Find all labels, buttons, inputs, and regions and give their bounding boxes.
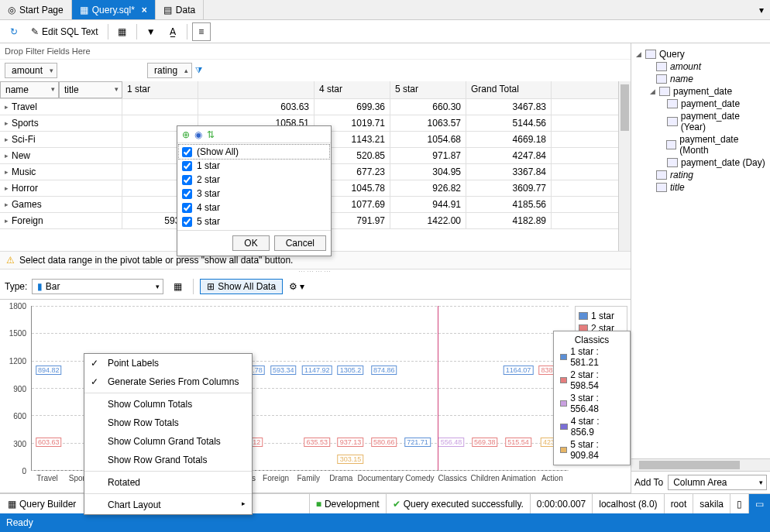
chevron-down-icon: ▾	[759, 479, 763, 486]
tree-node-rating[interactable]: rating	[634, 169, 767, 181]
tree-node-payment-date[interactable]: ◢payment_date	[634, 85, 767, 98]
tabs-dropdown[interactable]: ▾	[753, 0, 770, 19]
menu-col-grand[interactable]: Show Column Grand Totals	[84, 432, 252, 451]
tab-start-page[interactable]: ◎ Start Page	[0, 0, 72, 19]
expand-icon[interactable]: ▸	[5, 184, 9, 192]
row-field-name[interactable]: name ▾	[0, 81, 59, 98]
filter-item[interactable]: 3 star	[179, 187, 329, 201]
menu-chart-layout[interactable]: Chart Layout▸	[84, 496, 252, 514]
tab-data[interactable]: ▤ Data	[156, 0, 204, 19]
swatch-icon	[560, 354, 567, 360]
collapse-icon[interactable]: ◢	[648, 88, 656, 95]
tree-node-amount[interactable]: amount	[634, 60, 767, 73]
add-icon[interactable]: ⊕	[182, 129, 190, 140]
field-tree[interactable]: ◢Query amount name ◢payment_date payment…	[631, 43, 770, 198]
separator	[136, 24, 137, 39]
tab-query-sql[interactable]: ▦ Query.sql* ×	[72, 0, 156, 19]
filter-drop-zone[interactable]: Drop Filter Fields Here	[0, 43, 631, 60]
menu-row-totals[interactable]: Show Row Totals	[84, 414, 252, 432]
data-field-amount[interactable]: amount ▾	[5, 63, 57, 78]
expand-icon[interactable]: ▸	[5, 119, 9, 127]
col-header-grand-total[interactable]: Grand Total	[466, 81, 552, 98]
tree-node-query[interactable]: ◢Query	[634, 48, 767, 60]
cell: 3367.84	[466, 164, 552, 180]
query-toolbar: ↻ ✎ Edit SQL Text ▦ ▼ A̲ ≡	[0, 20, 770, 43]
column-field-rating[interactable]: rating ▴ ⧩	[147, 63, 192, 78]
col-header[interactable]: 5 star	[390, 81, 466, 98]
filter-item-show-all[interactable]: (Show All)	[179, 145, 329, 159]
expand-icon[interactable]: ▸	[5, 217, 9, 225]
radio-icon[interactable]: ◉	[194, 129, 202, 140]
status-text: Query executed successfully.	[404, 499, 524, 510]
tree-horizontal-scrollbar[interactable]	[631, 458, 770, 471]
tree-node-payment-year[interactable]: payment_date (Year)	[634, 110, 767, 133]
row-field-title[interactable]: title ▾	[59, 81, 122, 98]
sort-icon[interactable]: ⇅	[207, 129, 215, 140]
expand-icon[interactable]: ▸	[5, 136, 9, 143]
menu-row-grand[interactable]: Show Row Grand Totals	[84, 451, 252, 469]
x-category: Drama	[325, 474, 357, 486]
show-all-data-button[interactable]: ⊞ Show All Data	[200, 279, 283, 294]
filter-button[interactable]: ▼	[142, 22, 160, 41]
checkbox[interactable]	[182, 147, 192, 157]
tree-label: payment_date	[673, 86, 732, 97]
add-to-area-combo[interactable]: Column Area ▾	[668, 475, 767, 490]
menu-col-totals[interactable]: Show Column Totals	[84, 395, 252, 414]
chevron-down-icon: ▾	[115, 85, 119, 93]
refresh-button[interactable]: ↻	[5, 22, 23, 41]
document-tabs: ◎ Start Page ▦ Query.sql* × ▤ Data ▾	[0, 0, 770, 20]
tree-node-title[interactable]: title	[634, 181, 767, 194]
expand-icon[interactable]: ▸	[5, 168, 9, 176]
data-label: 1164.07	[504, 366, 534, 375]
vertical-scrollbar[interactable]	[618, 81, 631, 251]
tree-node-name[interactable]: name	[634, 73, 767, 85]
tree-node-payment-date-sub[interactable]: payment_date	[634, 98, 767, 110]
filter-item[interactable]: 4 star	[179, 201, 329, 215]
col-header[interactable]: 4 star	[315, 81, 390, 98]
add-to-label: Add To	[634, 477, 663, 488]
chart-options-button[interactable]: ▦	[168, 277, 187, 296]
status-db: sakila	[693, 494, 730, 513]
checkbox[interactable]	[182, 217, 192, 227]
checkbox[interactable]	[182, 175, 192, 185]
close-icon[interactable]: ×	[142, 5, 147, 15]
item-label: 4 star	[197, 202, 220, 213]
status-ready: Ready	[6, 517, 33, 528]
menu-generate-series[interactable]: ✓Generate Series From Columns	[84, 372, 252, 391]
bar-chart-icon: ▮	[37, 281, 43, 292]
tab-query-builder[interactable]: ▦Query Builder	[0, 494, 84, 513]
tree-node-payment-month[interactable]: payment_date (Month	[634, 133, 767, 156]
ok-button[interactable]: OK	[232, 235, 269, 251]
layout-toggle-2[interactable]: ▭	[748, 494, 770, 513]
edit-sql-button[interactable]: ✎ Edit SQL Text	[26, 22, 103, 41]
expand-icon[interactable]: ▸	[5, 103, 9, 111]
filter-item[interactable]: 2 star	[179, 173, 329, 187]
filter-icon[interactable]: ⧩	[195, 65, 202, 75]
checkbox[interactable]	[182, 161, 192, 171]
table-row[interactable]: ▸Travel603.63699.36660.303467.83	[0, 99, 631, 115]
layout-button[interactable]: ≡	[192, 22, 211, 41]
grid-style-button[interactable]: ▦	[113, 22, 132, 41]
filter-item[interactable]: 1 star	[179, 159, 329, 173]
tooltip-text: 3 star : 556.48	[570, 393, 624, 414]
col-header[interactable]: 1 star	[122, 81, 198, 98]
cancel-button[interactable]: Cancel	[274, 235, 326, 251]
col-hidden	[198, 81, 315, 98]
query-icon	[645, 50, 656, 59]
collapse-icon[interactable]: ◢	[634, 50, 642, 58]
cell: 4669.18	[466, 132, 552, 147]
gear-button[interactable]: ⚙ ▾	[287, 277, 306, 296]
menu-rotated[interactable]: Rotated	[84, 473, 252, 492]
checkbox[interactable]	[182, 203, 192, 213]
item-label: 2 star	[197, 174, 220, 185]
checkbox[interactable]	[182, 189, 192, 199]
expand-icon[interactable]: ▸	[5, 152, 9, 160]
filter-item[interactable]: 5 star	[179, 215, 329, 228]
chart-type-combo[interactable]: ▮ Bar ▾	[32, 279, 163, 294]
expand-icon[interactable]: ▸	[5, 201, 9, 208]
tree-label: Query	[659, 49, 685, 60]
layout-toggle-1[interactable]: ▯	[730, 494, 748, 513]
text-style-button[interactable]: A̲	[163, 22, 182, 41]
menu-point-labels[interactable]: ✓Point Labels	[84, 354, 252, 372]
tree-node-payment-day[interactable]: payment_date (Day)	[634, 156, 767, 169]
